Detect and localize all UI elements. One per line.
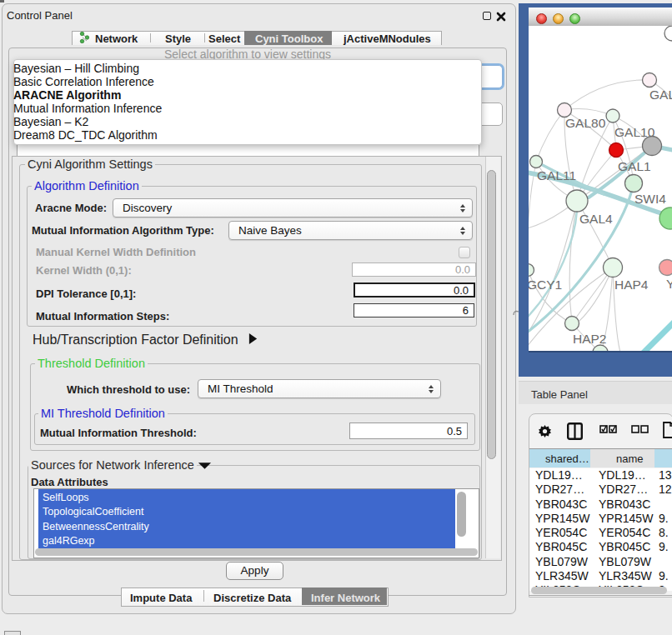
svg-text:SWI4: SWI4 [634,192,666,206]
svg-text:GAL10: GAL10 [614,125,655,139]
svg-text:GAL1: GAL1 [618,159,651,173]
svg-text:GAL80: GAL80 [565,116,606,130]
svg-text:GAL4: GAL4 [579,212,613,226]
svg-text:HAP2: HAP2 [573,332,607,346]
svg-text:Y: Y [666,277,672,291]
svg-text:HAP4: HAP4 [614,278,649,292]
svg-text:GCY1: GCY1 [529,278,562,292]
svg-text:GAL11: GAL11 [537,168,576,182]
svg-text:GAL2: GAL2 [649,88,672,102]
